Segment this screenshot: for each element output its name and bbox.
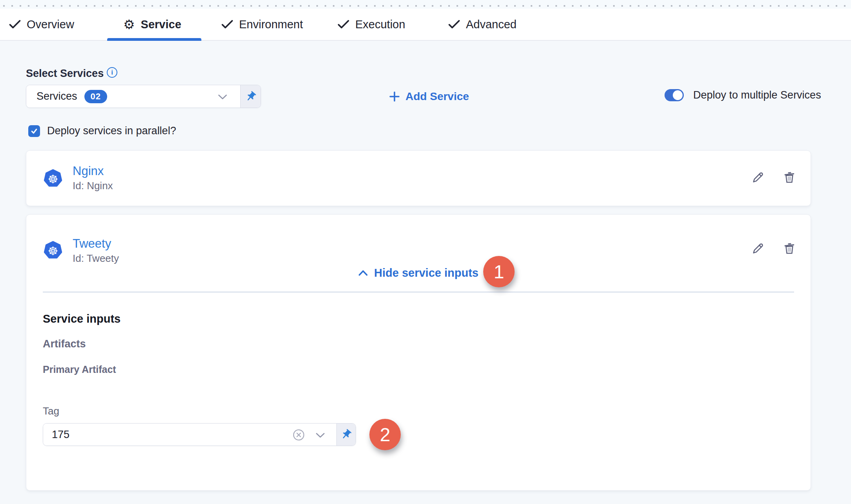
parallel-checkbox-label: Deploy services in parallel? (47, 125, 176, 137)
stage-tabbar: Overview ⚙ Service Environment Execution… (0, 9, 851, 41)
tab-label: Environment (239, 18, 303, 31)
kubernetes-icon: ☸ (44, 169, 62, 189)
plus-icon (389, 91, 400, 102)
tab-label: Overview (27, 18, 74, 31)
tab-environment[interactable]: Environment (221, 9, 303, 40)
hide-service-inputs-link[interactable]: Hide service inputs (26, 265, 811, 281)
chevron-down-icon[interactable] (316, 433, 325, 438)
deploy-multiple-toggle[interactable] (665, 89, 684, 101)
artifacts-heading: Artifacts (43, 338, 86, 350)
primary-artifact-heading: Primary Artifact (43, 364, 116, 375)
tab-overview[interactable]: Overview (9, 9, 74, 40)
hide-service-inputs-label: Hide service inputs (374, 267, 478, 279)
tab-label: Service (141, 18, 181, 31)
svg-text:☸: ☸ (48, 173, 58, 186)
edit-button[interactable] (751, 241, 765, 256)
annotation-badge-2: 2 (369, 419, 401, 450)
gear-icon: ⚙ (123, 18, 135, 31)
trash-icon (782, 170, 796, 184)
chevron-up-icon (358, 270, 368, 276)
info-icon[interactable]: i (107, 67, 117, 78)
add-service-button[interactable]: Add Service (389, 89, 469, 104)
parallel-checkbox[interactable] (28, 125, 40, 137)
edit-button[interactable] (751, 170, 765, 184)
page: Overview ⚙ Service Environment Execution… (0, 0, 851, 504)
services-dropdown-value: Services (37, 90, 77, 102)
pin-icon (245, 91, 257, 102)
check-icon (448, 20, 460, 29)
tab-advanced[interactable]: Advanced (448, 9, 517, 40)
service-name-link[interactable]: Tweety (73, 237, 111, 251)
chevron-down-icon[interactable] (218, 95, 227, 100)
active-tab-underline (107, 38, 201, 41)
delete-button[interactable] (782, 170, 796, 184)
services-count-badge: 02 (84, 90, 107, 103)
pin-button[interactable] (336, 424, 356, 446)
check-icon (221, 20, 233, 29)
service-id: Id: Tweety (73, 252, 119, 265)
toggle-knob (673, 90, 683, 100)
trash-icon (782, 241, 796, 256)
deploy-multiple-label: Deploy to multiple Services (693, 89, 821, 101)
top-dotted-divider (0, 0, 851, 9)
deploy-multiple-toggle-row: Deploy to multiple Services (665, 89, 821, 101)
services-dropdown[interactable]: Services 02 (26, 85, 261, 108)
card-actions (751, 170, 796, 184)
tag-input-group (43, 423, 356, 446)
add-service-label: Add Service (405, 90, 469, 103)
select-services-label: Select Services (26, 68, 104, 80)
clear-icon[interactable] (292, 428, 306, 442)
section-divider (43, 292, 794, 292)
service-name-link[interactable]: Nginx (73, 164, 104, 178)
svg-text:☸: ☸ (48, 245, 58, 257)
delete-button[interactable] (782, 241, 796, 256)
pencil-icon (751, 170, 765, 184)
annotation-badge-1: 1 (483, 256, 515, 287)
tab-label: Execution (355, 18, 405, 31)
tab-service[interactable]: ⚙ Service (123, 9, 181, 40)
parallel-checkbox-row: Deploy services in parallel? (28, 125, 176, 137)
tab-label: Advanced (466, 18, 517, 31)
check-icon (9, 20, 21, 29)
tag-label: Tag (43, 405, 59, 417)
check-icon (338, 20, 349, 29)
pencil-icon (751, 241, 765, 256)
kubernetes-icon: ☸ (44, 241, 62, 261)
service-card-tweety: ☸ Tweety Id: Tweety Hide service inputs … (26, 214, 811, 491)
service-inputs-title: Service inputs (43, 312, 121, 325)
pin-icon (340, 429, 352, 440)
service-card-nginx: ☸ Nginx Id: Nginx (26, 150, 811, 206)
tab-execution[interactable]: Execution (338, 9, 405, 40)
check-icon (31, 128, 38, 134)
tag-input[interactable] (43, 424, 279, 446)
card-actions (751, 241, 796, 256)
pin-button[interactable] (240, 85, 261, 108)
service-id: Id: Nginx (73, 180, 113, 192)
